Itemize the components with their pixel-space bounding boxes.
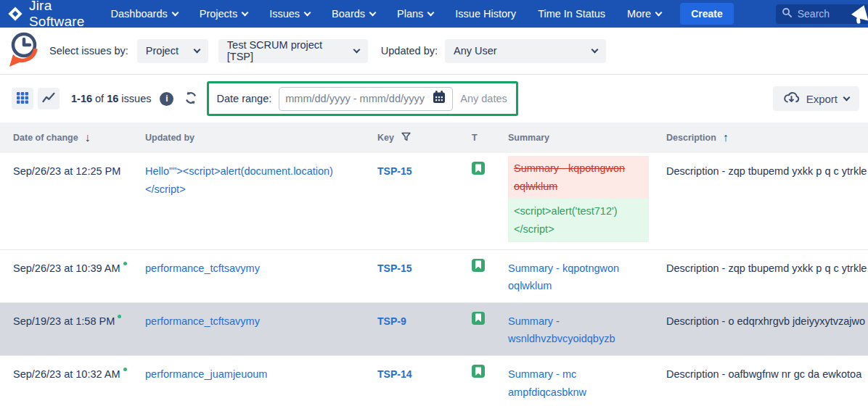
table-row[interactable]: Sep/26/23 at 10:39 AM performance_tcftsa… <box>0 250 868 303</box>
date-range-field[interactable] <box>279 87 453 111</box>
issue-key-link[interactable]: TSP-15 <box>377 262 412 274</box>
issue-history-app-logo-icon <box>6 30 41 72</box>
user-link[interactable]: performance_tcftsavymy <box>145 262 260 274</box>
jira-brand[interactable]: Jira Software <box>7 0 85 30</box>
cloud-download-icon <box>783 91 800 107</box>
issue-key: TSP-15 <box>377 250 472 302</box>
summary-link: Summary - mc ampfdiqcasbknw <box>508 356 666 406</box>
project-dropdown[interactable]: Test SCRUM project [TSP] <box>218 39 368 63</box>
filter-bar: Select issues by: Project Test SCRUM pro… <box>0 28 868 74</box>
nav-item-more[interactable]: More <box>627 8 661 20</box>
chevron-down-icon <box>304 9 311 16</box>
story-type-icon <box>472 365 485 378</box>
chevron-down-icon <box>369 9 377 16</box>
date-of-change: Sep/26/23 at 10:32 AM <box>0 356 145 406</box>
nav-item-plans[interactable]: Plans <box>397 8 433 20</box>
nav-item-issues[interactable]: Issues <box>269 8 310 20</box>
summary-link-text[interactable]: Summary - wsnldhvzbvcyoidqbyzb <box>508 315 615 345</box>
search-icon <box>782 7 793 21</box>
summary-link-text[interactable]: Summary - mc ampfdiqcasbknw <box>508 368 586 398</box>
table-row[interactable]: Sep/26/23 at 12:25 PM Hello""><script>al… <box>0 153 868 250</box>
description-text: Description - o edqrxhrgvb jdeiyyxytvzaj… <box>666 303 868 355</box>
date-range-label: Date range: <box>216 93 271 104</box>
table-header-row: Date of change ↓ Updated by Key T Summar… <box>0 123 868 153</box>
column-header-updated-by[interactable]: Updated by <box>145 133 377 143</box>
issue-count: 1-16 of 16 issues <box>71 93 151 104</box>
issue-history-table: Date of change ↓ Updated by Key T Summar… <box>0 123 868 406</box>
updated-by-link: performance_tcftsavymy <box>145 303 377 355</box>
date-of-change: Sep/26/23 at 10:39 AM <box>0 250 145 302</box>
info-icon[interactable]: i <box>160 92 173 106</box>
issue-key-link[interactable]: TSP-14 <box>377 368 412 380</box>
nav-item-projects[interactable]: Projects <box>200 8 247 20</box>
table-row[interactable]: Sep/19/23 at 1:58 PM performance_tcftsav… <box>0 303 868 356</box>
issue-type <box>472 303 508 355</box>
user-link[interactable]: performance_tcftsavymy <box>145 315 260 327</box>
create-button[interactable]: Create <box>680 3 734 25</box>
user-link[interactable]: performance_juamjeuoum <box>145 368 267 380</box>
sort-desc-icon[interactable]: ↓ <box>85 131 91 144</box>
column-header-summary[interactable]: Summary <box>508 133 666 143</box>
status-dot <box>123 262 127 265</box>
column-header-type[interactable]: T <box>472 133 508 143</box>
summary-link-text[interactable]: Summary - kqpotngwon oqlwklum <box>508 262 619 292</box>
chevron-down-icon <box>591 46 599 53</box>
issue-key: TSP-9 <box>377 303 472 355</box>
column-header-key[interactable]: Key <box>377 131 472 144</box>
date-of-change: Sep/26/23 at 12:25 PM <box>0 153 145 249</box>
calendar-icon[interactable] <box>432 90 446 107</box>
jira-logo-icon <box>7 6 23 22</box>
refresh-icon <box>184 91 198 107</box>
issue-type <box>472 356 508 406</box>
updated-by-dropdown[interactable]: Any User <box>445 39 606 63</box>
chevron-down-icon <box>843 94 851 101</box>
issue-key: TSP-15 <box>377 153 472 249</box>
megaphone-icon[interactable] <box>849 4 868 28</box>
table-row[interactable]: Sep/26/23 at 10:32 AM performance_juamje… <box>0 356 868 406</box>
refresh-button[interactable] <box>184 91 198 107</box>
date-range-input[interactable] <box>285 93 427 104</box>
nav-item-boards[interactable]: Boards <box>332 8 375 20</box>
nav-item-issue-history[interactable]: Issue History <box>455 8 516 20</box>
top-nav: Jira Software Dashboards Projects Issues… <box>0 0 868 28</box>
summary-diff: Summary - kqpotngwon oqlwklum <script>al… <box>508 153 666 249</box>
nav-item-time-in-status[interactable]: Time In Status <box>538 8 605 20</box>
issue-key-link[interactable]: TSP-15 <box>377 165 412 177</box>
chart-view-button[interactable] <box>38 88 60 109</box>
chevron-down-icon <box>242 9 249 16</box>
description-text: Description - zqp tbupemd yxkk p q c ytr… <box>666 153 868 249</box>
status-dot <box>118 315 121 318</box>
line-chart-icon <box>42 92 55 105</box>
select-issues-by-label: Select issues by: <box>49 45 128 57</box>
select-by-dropdown[interactable]: Project <box>137 39 208 63</box>
export-button[interactable]: Export <box>773 86 859 111</box>
date-range-highlight-box: Date range: Any dates <box>207 81 517 116</box>
summary-link: Summary - wsnldhvzbvcyoidqbyzb <box>508 303 666 355</box>
updated-by-link: performance_juamjeuoum <box>145 356 377 406</box>
user-link[interactable]: Hello""><script>alert(document.location)… <box>145 165 333 195</box>
summary-added-text: <script>alert('test712') </script> <box>508 199 649 241</box>
story-type-icon <box>472 312 485 325</box>
chevron-down-icon <box>655 9 663 16</box>
toolbar: 1-16 of 16 issues i Date range: <box>0 75 868 123</box>
story-type-icon <box>472 162 485 175</box>
chevron-down-icon <box>353 46 361 53</box>
issue-type <box>472 153 508 249</box>
issue-key-link[interactable]: TSP-9 <box>377 315 406 327</box>
nav-menu: Dashboards Projects Issues Boards Plans … <box>111 8 662 20</box>
sort-asc-icon[interactable]: ↑ <box>723 131 729 144</box>
nav-item-dashboards[interactable]: Dashboards <box>111 8 178 20</box>
filter-funnel-icon[interactable] <box>401 131 412 144</box>
brand-name: Jira Software <box>29 0 85 30</box>
updated-by-link: performance_tcftsavymy <box>145 250 377 302</box>
chevron-down-icon <box>427 9 435 16</box>
updated-by-label: Updated by: <box>381 45 438 57</box>
table-view-button[interactable] <box>12 88 33 109</box>
story-type-icon <box>472 259 485 272</box>
summary-link: Summary - kqpotngwon oqlwklum <box>508 250 666 302</box>
date-of-change: Sep/19/23 at 1:58 PM <box>0 303 145 355</box>
updated-by-link: Hello""><script>alert(document.location)… <box>145 153 377 249</box>
column-header-description[interactable]: Description ↑ <box>666 131 868 144</box>
issue-type <box>472 250 508 302</box>
column-header-date[interactable]: Date of change ↓ <box>0 131 145 144</box>
